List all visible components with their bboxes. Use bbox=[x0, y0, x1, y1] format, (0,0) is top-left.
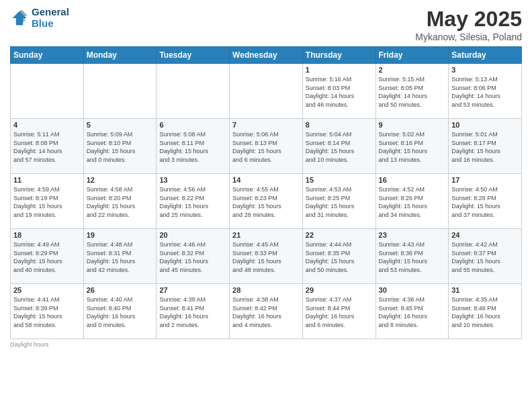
day-number: 14 bbox=[232, 176, 300, 184]
day-number: 28 bbox=[232, 286, 300, 294]
day-detail: Sunrise: 4:41 AM Sunset: 8:39 PM Dayligh… bbox=[13, 295, 81, 329]
calendar-cell-3-0: 18Sunrise: 4:49 AM Sunset: 8:29 PM Dayli… bbox=[11, 229, 84, 284]
calendar-cell-3-2: 20Sunrise: 4:46 AM Sunset: 8:32 PM Dayli… bbox=[157, 229, 230, 284]
calendar-cell-3-5: 23Sunrise: 4:43 AM Sunset: 8:36 PM Dayli… bbox=[375, 229, 449, 284]
day-detail: Sunrise: 4:39 AM Sunset: 8:41 PM Dayligh… bbox=[159, 295, 226, 329]
day-detail: Sunrise: 5:02 AM Sunset: 8:16 PM Dayligh… bbox=[379, 130, 446, 164]
day-number: 29 bbox=[306, 286, 373, 294]
day-number: 22 bbox=[306, 231, 373, 239]
day-detail: Sunrise: 4:53 AM Sunset: 8:25 PM Dayligh… bbox=[306, 185, 373, 219]
calendar-cell-1-5: 9Sunrise: 5:02 AM Sunset: 8:16 PM Daylig… bbox=[375, 119, 449, 174]
calendar-header-row: Sunday Monday Tuesday Wednesday Thursday… bbox=[11, 47, 522, 64]
day-number: 21 bbox=[232, 231, 300, 239]
day-detail: Sunrise: 5:09 AM Sunset: 8:10 PM Dayligh… bbox=[87, 130, 154, 164]
col-friday: Friday bbox=[375, 47, 449, 64]
day-number: 23 bbox=[379, 231, 446, 239]
day-detail: Sunrise: 4:36 AM Sunset: 8:45 PM Dayligh… bbox=[379, 295, 446, 329]
day-detail: Sunrise: 4:50 AM Sunset: 8:28 PM Dayligh… bbox=[451, 185, 519, 219]
day-detail: Sunrise: 4:40 AM Sunset: 8:40 PM Dayligh… bbox=[87, 295, 154, 329]
calendar-cell-2-3: 14Sunrise: 4:55 AM Sunset: 8:23 PM Dayli… bbox=[230, 174, 303, 229]
col-saturday: Saturday bbox=[449, 47, 522, 64]
calendar-cell-3-4: 22Sunrise: 4:44 AM Sunset: 8:35 PM Dayli… bbox=[302, 229, 375, 284]
day-detail: Sunrise: 4:37 AM Sunset: 8:44 PM Dayligh… bbox=[306, 295, 373, 329]
week-row-2: 11Sunrise: 4:59 AM Sunset: 8:19 PM Dayli… bbox=[11, 174, 522, 229]
day-number: 26 bbox=[87, 286, 154, 294]
calendar-cell-4-2: 27Sunrise: 4:39 AM Sunset: 8:41 PM Dayli… bbox=[157, 284, 230, 339]
day-detail: Sunrise: 4:45 AM Sunset: 8:33 PM Dayligh… bbox=[232, 240, 300, 274]
week-row-4: 25Sunrise: 4:41 AM Sunset: 8:39 PM Dayli… bbox=[11, 284, 522, 339]
day-number: 9 bbox=[379, 121, 446, 129]
day-number: 18 bbox=[13, 231, 81, 239]
day-number: 6 bbox=[159, 121, 226, 129]
day-detail: Sunrise: 4:49 AM Sunset: 8:29 PM Dayligh… bbox=[13, 240, 81, 274]
day-detail: Sunrise: 5:15 AM Sunset: 8:05 PM Dayligh… bbox=[379, 75, 446, 109]
calendar-cell-0-3 bbox=[230, 64, 303, 119]
calendar-cell-3-3: 21Sunrise: 4:45 AM Sunset: 8:33 PM Dayli… bbox=[230, 229, 303, 284]
day-detail: Sunrise: 4:46 AM Sunset: 8:32 PM Dayligh… bbox=[159, 240, 226, 274]
footer-daylight: Daylight hours bbox=[10, 341, 522, 348]
day-detail: Sunrise: 4:38 AM Sunset: 8:42 PM Dayligh… bbox=[232, 295, 300, 329]
day-number: 1 bbox=[306, 66, 373, 74]
day-detail: Sunrise: 5:01 AM Sunset: 8:17 PM Dayligh… bbox=[451, 130, 519, 164]
day-number: 19 bbox=[87, 231, 154, 239]
calendar-cell-2-1: 12Sunrise: 4:58 AM Sunset: 8:20 PM Dayli… bbox=[83, 174, 157, 229]
day-number: 30 bbox=[379, 286, 446, 294]
calendar-cell-4-0: 25Sunrise: 4:41 AM Sunset: 8:39 PM Dayli… bbox=[11, 284, 84, 339]
day-number: 10 bbox=[451, 121, 519, 129]
calendar-cell-3-1: 19Sunrise: 4:48 AM Sunset: 8:31 PM Dayli… bbox=[83, 229, 157, 284]
day-number: 20 bbox=[159, 231, 226, 239]
calendar-cell-4-1: 26Sunrise: 4:40 AM Sunset: 8:40 PM Dayli… bbox=[83, 284, 157, 339]
day-number: 15 bbox=[306, 176, 373, 184]
day-number: 25 bbox=[13, 286, 81, 294]
day-number: 31 bbox=[451, 286, 519, 294]
week-row-0: 1Sunrise: 5:16 AM Sunset: 8:03 PM Daylig… bbox=[11, 64, 522, 119]
day-number: 2 bbox=[379, 66, 446, 74]
calendar-cell-0-6: 3Sunrise: 5:13 AM Sunset: 8:06 PM Daylig… bbox=[449, 64, 522, 119]
day-detail: Sunrise: 5:11 AM Sunset: 8:08 PM Dayligh… bbox=[13, 130, 81, 164]
day-detail: Sunrise: 5:08 AM Sunset: 8:11 PM Dayligh… bbox=[159, 130, 226, 164]
col-sunday: Sunday bbox=[11, 47, 84, 64]
day-detail: Sunrise: 4:42 AM Sunset: 8:37 PM Dayligh… bbox=[451, 240, 519, 274]
day-number: 12 bbox=[87, 176, 154, 184]
calendar-cell-1-0: 4Sunrise: 5:11 AM Sunset: 8:08 PM Daylig… bbox=[11, 119, 84, 174]
calendar-cell-4-4: 29Sunrise: 4:37 AM Sunset: 8:44 PM Dayli… bbox=[302, 284, 375, 339]
day-number: 5 bbox=[87, 121, 154, 129]
day-number: 7 bbox=[232, 121, 300, 129]
calendar-cell-2-6: 17Sunrise: 4:50 AM Sunset: 8:28 PM Dayli… bbox=[449, 174, 522, 229]
month-year: May 2025 bbox=[415, 7, 522, 32]
calendar-cell-1-4: 8Sunrise: 5:04 AM Sunset: 8:14 PM Daylig… bbox=[302, 119, 375, 174]
logo-text: General Blue bbox=[32, 7, 69, 29]
day-number: 24 bbox=[451, 231, 519, 239]
day-number: 3 bbox=[451, 66, 519, 74]
calendar-cell-3-6: 24Sunrise: 4:42 AM Sunset: 8:37 PM Dayli… bbox=[449, 229, 522, 284]
calendar-cell-2-2: 13Sunrise: 4:56 AM Sunset: 8:22 PM Dayli… bbox=[157, 174, 230, 229]
calendar-cell-2-5: 16Sunrise: 4:52 AM Sunset: 8:26 PM Dayli… bbox=[375, 174, 449, 229]
calendar-cell-1-1: 5Sunrise: 5:09 AM Sunset: 8:10 PM Daylig… bbox=[83, 119, 157, 174]
day-number: 13 bbox=[159, 176, 226, 184]
day-number: 16 bbox=[379, 176, 446, 184]
logo: General Blue bbox=[10, 7, 69, 29]
calendar-cell-4-5: 30Sunrise: 4:36 AM Sunset: 8:45 PM Dayli… bbox=[375, 284, 449, 339]
day-number: 8 bbox=[306, 121, 373, 129]
day-detail: Sunrise: 4:59 AM Sunset: 8:19 PM Dayligh… bbox=[13, 185, 81, 219]
calendar-cell-0-0 bbox=[11, 64, 84, 119]
day-detail: Sunrise: 4:55 AM Sunset: 8:23 PM Dayligh… bbox=[232, 185, 300, 219]
calendar-cell-4-6: 31Sunrise: 4:35 AM Sunset: 8:46 PM Dayli… bbox=[449, 284, 522, 339]
col-monday: Monday bbox=[83, 47, 157, 64]
calendar-cell-2-4: 15Sunrise: 4:53 AM Sunset: 8:25 PM Dayli… bbox=[302, 174, 375, 229]
calendar-cell-0-5: 2Sunrise: 5:15 AM Sunset: 8:05 PM Daylig… bbox=[375, 64, 449, 119]
day-detail: Sunrise: 5:16 AM Sunset: 8:03 PM Dayligh… bbox=[306, 75, 373, 109]
calendar-cell-1-2: 6Sunrise: 5:08 AM Sunset: 8:11 PM Daylig… bbox=[157, 119, 230, 174]
day-number: 4 bbox=[13, 121, 81, 129]
day-detail: Sunrise: 4:48 AM Sunset: 8:31 PM Dayligh… bbox=[87, 240, 154, 274]
week-row-3: 18Sunrise: 4:49 AM Sunset: 8:29 PM Dayli… bbox=[11, 229, 522, 284]
day-detail: Sunrise: 4:44 AM Sunset: 8:35 PM Dayligh… bbox=[306, 240, 373, 274]
calendar-table: Sunday Monday Tuesday Wednesday Thursday… bbox=[10, 46, 522, 339]
page: General Blue May 2025 Mykanow, Silesia, … bbox=[0, 0, 532, 411]
logo-icon bbox=[10, 9, 29, 28]
col-tuesday: Tuesday bbox=[157, 47, 230, 64]
calendar-cell-4-3: 28Sunrise: 4:38 AM Sunset: 8:42 PM Dayli… bbox=[230, 284, 303, 339]
day-number: 27 bbox=[159, 286, 226, 294]
week-row-1: 4Sunrise: 5:11 AM Sunset: 8:08 PM Daylig… bbox=[11, 119, 522, 174]
day-detail: Sunrise: 4:52 AM Sunset: 8:26 PM Dayligh… bbox=[379, 185, 446, 219]
